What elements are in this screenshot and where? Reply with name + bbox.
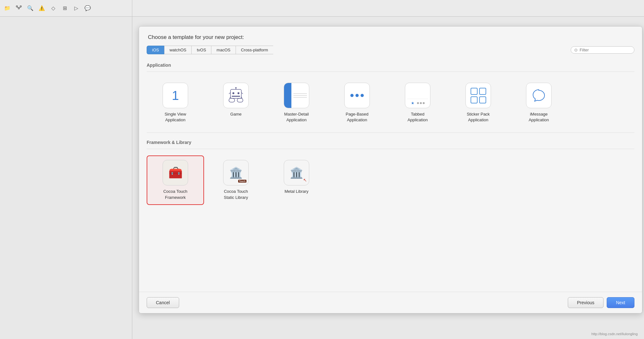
master-detail-name: Master-DetailApplication	[284, 111, 309, 123]
game-name: Game	[230, 111, 241, 117]
svg-rect-8	[232, 96, 240, 97]
cancel-button[interactable]: Cancel	[147, 297, 179, 308]
cocoa-touch-static-name: Cocoa TouchStatic Library	[224, 189, 248, 200]
template-single-view[interactable]: 1 Single ViewApplication	[147, 78, 204, 127]
imessage-icon	[526, 83, 552, 108]
svg-rect-13	[229, 98, 235, 102]
application-section-header: Application	[147, 59, 634, 72]
sidebar: 📁 🔍 ⚠️ ◇ ⊞ ▷ 💬	[0, 0, 132, 339]
arrow-icon[interactable]: ▷	[73, 5, 80, 12]
framework-section-header: Framework & Library	[147, 137, 634, 149]
bubble-icon[interactable]: 💬	[84, 5, 91, 12]
template-imessage[interactable]: iMessageApplication	[510, 78, 567, 127]
single-view-name: Single ViewApplication	[165, 111, 186, 123]
template-sticker-pack[interactable]: Sticker PackApplication	[450, 78, 507, 127]
metal-library-icon: 🏛️ ↖	[284, 160, 309, 185]
metal-library-name: Metal Library	[284, 189, 308, 194]
svg-rect-14	[237, 98, 243, 102]
sticker-pack-name: Sticker PackApplication	[467, 111, 490, 123]
tab-tvos[interactable]: tvOS	[191, 46, 211, 54]
svg-point-6	[232, 92, 234, 94]
url-bar: http://blog.csdn.net/liulongling	[591, 332, 638, 336]
tab-macos[interactable]: macOS	[211, 46, 235, 54]
svg-rect-5	[231, 89, 241, 98]
template-cocoa-touch-static[interactable]: 🏛️ Touch Cocoa TouchStatic Library	[207, 155, 265, 205]
tab-cross-platform[interactable]: Cross-platform	[236, 46, 273, 54]
new-project-dialog: Choose a template for your new project: …	[139, 26, 642, 313]
template-master-detail[interactable]: Master-DetailApplication	[268, 78, 325, 127]
page-based-name: Page-BasedApplication	[346, 111, 369, 123]
svg-point-10	[235, 87, 237, 88]
previous-button[interactable]: Previous	[568, 297, 604, 308]
svg-line-15	[230, 97, 231, 98]
page-based-icon	[344, 83, 370, 108]
single-view-icon: 1	[163, 83, 188, 108]
svg-line-4	[19, 7, 21, 8]
filter-box[interactable]: ⊙	[571, 46, 634, 54]
framework-template-grid: 🧰 Cocoa TouchFramework 🏛️ Touch Cocoa To…	[147, 152, 634, 208]
cocoa-touch-static-icon: 🏛️ Touch	[223, 160, 249, 185]
dialog-body: iOS watchOS tvOS macOS Cross-platform ⊙ …	[139, 46, 642, 292]
cocoa-touch-framework-icon: 🧰	[163, 160, 188, 185]
svg-line-3	[17, 7, 19, 8]
tabbed-icon: ★	[405, 83, 430, 108]
svg-line-16	[241, 97, 242, 98]
next-button[interactable]: Next	[607, 297, 634, 308]
main-content: Choose a template for your new project: …	[132, 0, 644, 339]
template-game[interactable]: Game	[207, 78, 265, 127]
diamond-icon[interactable]: ◇	[50, 5, 57, 12]
section-divider	[147, 132, 634, 133]
master-detail-icon	[284, 83, 309, 108]
svg-rect-2	[20, 6, 21, 7]
folder-icon[interactable]: 📁	[4, 5, 11, 12]
template-cocoa-touch-framework[interactable]: 🧰 Cocoa TouchFramework	[147, 155, 204, 205]
sidebar-toolbar: 📁 🔍 ⚠️ ◇ ⊞ ▷ 💬	[0, 0, 132, 17]
main-toolbar	[132, 0, 644, 17]
hierarchy-icon[interactable]	[15, 5, 22, 12]
filter-input[interactable]	[580, 48, 631, 52]
svg-point-7	[238, 92, 239, 94]
imessage-name: iMessageApplication	[529, 111, 549, 123]
navigation-buttons: Previous Next	[568, 297, 634, 308]
game-icon	[223, 83, 249, 108]
dialog-footer: Cancel Previous Next	[139, 292, 642, 313]
dialog-overlay: Choose a template for your new project: …	[132, 17, 644, 339]
sticker-pack-icon	[465, 83, 491, 108]
template-tabbed[interactable]: ★ TabbedApplication	[389, 78, 446, 127]
svg-rect-1	[18, 8, 19, 9]
tabbed-name: TabbedApplication	[407, 111, 428, 123]
cocoa-touch-framework-name: Cocoa TouchFramework	[163, 189, 187, 200]
tab-watchos[interactable]: watchOS	[164, 46, 192, 54]
search-icon[interactable]: 🔍	[27, 5, 34, 12]
svg-rect-0	[16, 6, 18, 7]
application-template-grid: 1 Single ViewApplication	[147, 74, 634, 131]
grid-icon[interactable]: ⊞	[61, 5, 68, 12]
filter-circle-icon: ⊙	[574, 48, 578, 52]
template-metal-library[interactable]: 🏛️ ↖ Metal Library	[268, 155, 325, 205]
tabs-row: iOS watchOS tvOS macOS Cross-platform ⊙	[147, 46, 634, 54]
warning-icon[interactable]: ⚠️	[38, 5, 45, 12]
template-page-based[interactable]: Page-BasedApplication	[328, 78, 386, 127]
dialog-title: Choose a template for your new project:	[139, 26, 642, 46]
tab-ios[interactable]: iOS	[147, 46, 164, 54]
